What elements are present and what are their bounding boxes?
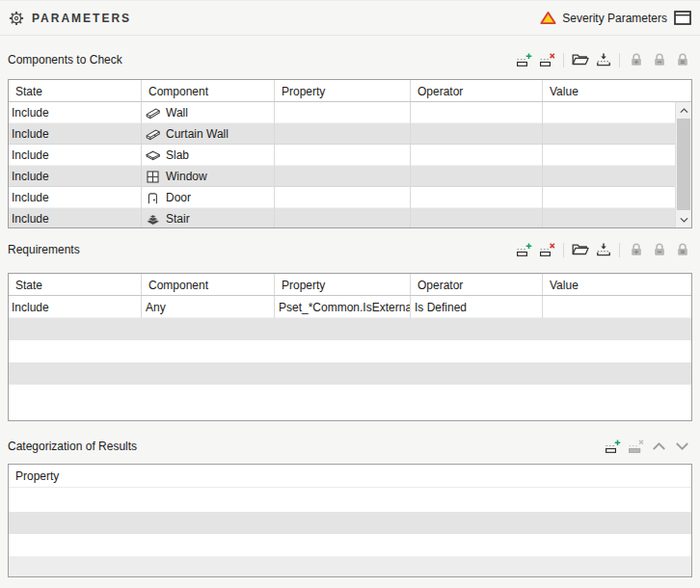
add-row-button[interactable] [514, 241, 534, 259]
table-row[interactable]: Include Curtain Wall [9, 123, 691, 145]
value-cell[interactable] [543, 123, 691, 145]
gear-icon [9, 11, 24, 26]
toolbar-separator [619, 53, 620, 67]
column-header-state: State [9, 274, 142, 295]
toolbar-separator [619, 243, 620, 257]
empty-row [9, 556, 691, 577]
slab-icon [146, 148, 160, 163]
component-cell[interactable]: Door [142, 187, 275, 208]
table-row[interactable]: Include Any Pset_*Common.IsExternal Is D… [9, 296, 691, 318]
property-cell[interactable] [275, 123, 411, 145]
requirements-table: State Component Property Operator Value … [8, 273, 692, 421]
state-cell[interactable]: Include [9, 296, 142, 318]
remove-row-button-disabled [626, 438, 646, 456]
property-cell[interactable] [275, 166, 411, 187]
add-row-button[interactable] [603, 438, 623, 456]
component-label: Curtain Wall [166, 127, 229, 141]
categorization-toolbar [603, 438, 692, 456]
toolbar-separator [563, 243, 564, 257]
move-down-icon [672, 438, 692, 456]
operator-cell[interactable] [411, 166, 543, 187]
empty-row [9, 512, 691, 534]
value-cell[interactable] [543, 208, 691, 228]
scrollbar-thumb[interactable] [677, 119, 690, 210]
value-cell[interactable] [543, 187, 691, 208]
requirements-section-bar: Requirements [8, 237, 692, 262]
value-cell[interactable] [543, 296, 691, 318]
column-header-property: Property [275, 80, 411, 101]
requirements-table-header: State Component Property Operator Value [9, 274, 691, 296]
state-cell[interactable]: Include [9, 123, 142, 145]
component-cell[interactable]: Slab [142, 145, 275, 166]
column-header-operator: Operator [411, 80, 543, 101]
import-rows-button[interactable] [593, 51, 613, 69]
categorization-table-header: Property [9, 465, 691, 488]
severity-parameters-label: Severity Parameters [562, 12, 667, 25]
property-cell[interactable] [275, 102, 411, 123]
column-header-property: Property [275, 274, 411, 295]
import-rows-button[interactable] [593, 241, 613, 259]
categorization-section-bar: Categorization of Results [8, 434, 692, 459]
property-cell[interactable] [275, 187, 411, 208]
operator-cell[interactable]: Is Defined [411, 296, 543, 318]
vertical-scrollbar[interactable] [675, 102, 691, 227]
empty-row [9, 318, 691, 340]
table-row[interactable]: Include Window [9, 166, 691, 187]
column-header-value: Value [543, 274, 691, 295]
remove-row-button[interactable] [537, 241, 557, 259]
operator-cell[interactable] [411, 187, 543, 208]
column-header-state: State [9, 80, 142, 101]
component-cell[interactable]: Wall [142, 102, 275, 123]
operator-cell[interactable] [411, 102, 543, 123]
scroll-down-icon[interactable] [676, 212, 691, 227]
empty-row [9, 385, 691, 421]
component-cell[interactable]: Any [142, 296, 275, 318]
panel-header: PARAMETERS Severity Parameters [0, 1, 700, 36]
components-toolbar [514, 51, 692, 69]
operator-cell[interactable] [411, 208, 543, 228]
value-cell[interactable] [543, 166, 691, 187]
toolbar-separator [563, 53, 564, 67]
state-cell[interactable]: Include [9, 166, 142, 187]
add-row-button[interactable] [514, 51, 534, 69]
value-cell[interactable] [543, 145, 691, 166]
operator-cell[interactable] [411, 145, 543, 166]
remove-row-button[interactable] [537, 51, 557, 69]
lock-minus-icon [649, 51, 669, 69]
component-label: Window [166, 170, 207, 183]
severity-parameters-button[interactable]: Severity Parameters [540, 11, 667, 25]
lock-minus-icon [649, 241, 669, 259]
property-cell[interactable] [275, 208, 411, 228]
property-cell[interactable] [275, 145, 411, 166]
operator-cell[interactable] [411, 123, 543, 145]
state-cell[interactable]: Include [9, 208, 142, 228]
empty-row [9, 362, 691, 385]
panel-title: PARAMETERS [32, 12, 131, 25]
table-row[interactable]: Include Door [9, 187, 691, 208]
requirements-toolbar [514, 241, 692, 259]
open-folder-button[interactable] [570, 51, 590, 69]
components-section-bar: Components to Check [8, 47, 692, 72]
component-label: Slab [166, 148, 189, 162]
table-row[interactable]: Include Slab [9, 145, 691, 166]
component-label: Stair [166, 212, 190, 226]
component-cell[interactable]: Stair [142, 208, 275, 228]
open-folder-button[interactable] [570, 241, 590, 259]
table-row[interactable]: Include Stair [9, 208, 691, 228]
state-cell[interactable]: Include [9, 187, 142, 208]
table-row[interactable]: Include Wall [9, 102, 691, 123]
value-cell[interactable] [543, 102, 691, 123]
property-cell[interactable]: Pset_*Common.IsExternal [275, 296, 411, 318]
scroll-up-icon[interactable] [676, 103, 691, 118]
empty-row [9, 488, 691, 512]
empty-row [9, 534, 691, 556]
state-cell[interactable]: Include [9, 145, 142, 166]
window-mode-icon[interactable] [674, 11, 691, 25]
categorization-section-label: Categorization of Results [8, 440, 137, 453]
component-cell[interactable]: Curtain Wall [142, 123, 275, 145]
move-up-icon [649, 438, 669, 456]
curtain-wall-icon [146, 127, 160, 142]
column-header-property: Property [9, 465, 691, 483]
component-cell[interactable]: Window [142, 166, 275, 187]
state-cell[interactable]: Include [9, 102, 142, 123]
